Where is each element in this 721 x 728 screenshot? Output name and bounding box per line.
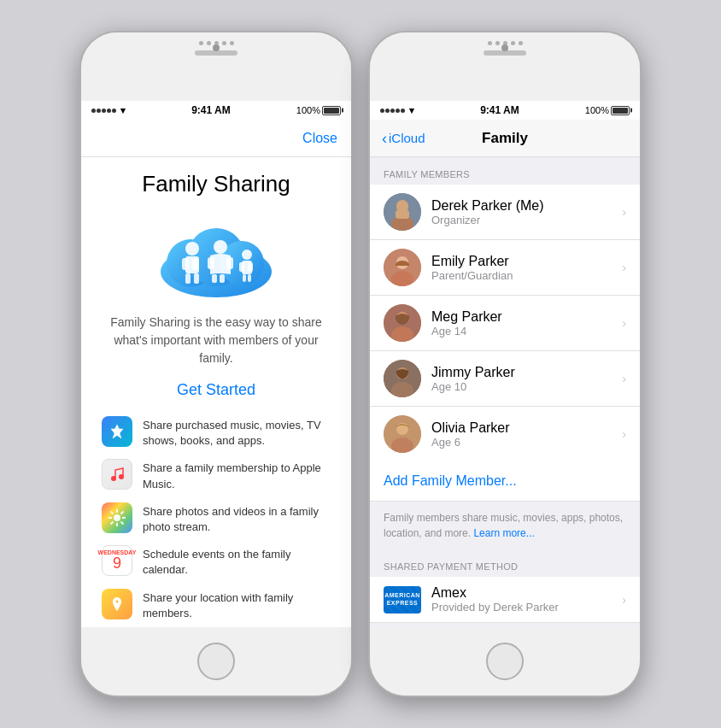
phone-top-right: [370, 32, 640, 101]
phone-top-left: [81, 32, 351, 101]
member-olivia[interactable]: Olivia Parker Age 6 ›: [370, 407, 640, 461]
left-phone: ▾ 9:41 AM 100% Close Family Sharing: [79, 31, 353, 697]
feature-list: Share purchased music, movies, TV shows,…: [102, 416, 331, 621]
derek-name: Derek Parker (Me): [431, 198, 622, 214]
payment-name: Amex: [431, 585, 622, 601]
avatar-emily: [384, 249, 421, 286]
svg-rect-18: [248, 262, 253, 272]
phone-bottom-right: [370, 627, 640, 696]
left-battery-pct: 100%: [296, 105, 320, 115]
feature-text-calendar: Schedule events on the family calendar.: [143, 545, 331, 578]
jimmy-info: Jimmy Parker Age 10: [431, 365, 622, 393]
intro-nav: Close: [81, 120, 351, 157]
svg-point-4: [185, 242, 199, 255]
svg-point-23: [114, 514, 120, 521]
back-label: iCloud: [389, 131, 425, 145]
cloud-illustration: [102, 208, 331, 302]
calendar-icon: Wednesday 9: [102, 545, 132, 576]
svg-rect-13: [212, 274, 217, 283]
olivia-name: Olivia Parker: [431, 420, 622, 436]
svg-line-28: [111, 511, 114, 514]
back-button[interactable]: ‹ iCloud: [382, 131, 425, 146]
emily-info: Emily Parker Parent/Guardian: [431, 254, 622, 282]
emily-role: Parent/Guardian: [431, 269, 622, 282]
svg-rect-9: [194, 273, 199, 284]
meg-info: Meg Parker Age 14: [431, 309, 622, 338]
feature-item-calendar: Wednesday 9 Schedule events on the famil…: [102, 545, 331, 578]
olivia-chevron: ›: [622, 427, 626, 441]
svg-line-31: [111, 521, 114, 524]
svg-point-10: [214, 240, 227, 254]
family-nav: ‹ iCloud Family: [370, 120, 640, 157]
intro-description: Family Sharing is the easy way to share …: [102, 314, 331, 367]
svg-rect-14: [220, 274, 225, 283]
learn-more-link[interactable]: Learn more...: [473, 527, 534, 539]
svg-point-21: [111, 476, 116, 481]
close-button[interactable]: Close: [302, 131, 337, 146]
family-nav-title: Family: [482, 130, 528, 147]
battery-right: [611, 106, 630, 115]
wifi-icon-right: ▾: [409, 105, 414, 116]
feature-item-photos: Share photos and videos in a family phot…: [102, 502, 331, 535]
member-jimmy[interactable]: Jimmy Parker Age 10 ›: [370, 351, 640, 407]
feature-item-music: Share a family membership to Apple Music…: [102, 459, 331, 491]
olivia-role: Age 6: [431, 436, 622, 449]
svg-rect-6: [182, 258, 189, 270]
home-button-right[interactable]: [486, 643, 524, 680]
feature-text-appstore: Share purchased music, movies, TV shows,…: [143, 416, 331, 449]
meg-role: Age 14: [431, 325, 622, 338]
derek-info: Derek Parker (Me) Organizer: [431, 198, 622, 226]
svg-rect-36: [396, 210, 409, 219]
right-phone: ▾ 9:41 AM 100% ‹ iCloud Family FAMILY ME…: [368, 31, 642, 697]
svg-point-15: [242, 250, 252, 260]
derek-chevron: ›: [622, 205, 626, 219]
svg-rect-12: [226, 257, 233, 269]
family-note: Family members share music, movies, apps…: [370, 502, 640, 549]
get-started-button[interactable]: Get Started: [102, 381, 331, 399]
status-bar-right: ▾ 9:41 AM 100%: [370, 101, 640, 120]
back-arrow-icon: ‹: [382, 131, 387, 146]
right-screen: ‹ iCloud Family FAMILY MEMBERS: [370, 120, 640, 627]
payment-section: SHARED PAYMENT METHOD AMERICANEXPRESS Am…: [370, 549, 640, 627]
payment-item[interactable]: AMERICANEXPRESS Amex Provided by Derek P…: [370, 577, 640, 623]
derek-role: Organizer: [431, 214, 622, 226]
member-derek[interactable]: Derek Parker (Me) Organizer ›: [370, 185, 640, 240]
app-store-icon: [102, 416, 132, 447]
left-status-time: 9:41 AM: [191, 104, 231, 116]
left-screen: Close Family Sharing: [81, 120, 351, 627]
location-icon: [102, 589, 132, 619]
avatar-meg: [384, 304, 421, 342]
svg-rect-11: [208, 257, 214, 269]
payment-note: Purchases initiated by family members wi…: [370, 623, 640, 627]
svg-line-30: [121, 511, 124, 514]
payment-chevron: ›: [622, 593, 626, 607]
svg-point-22: [119, 474, 124, 479]
camera-left: [213, 44, 220, 51]
member-emily[interactable]: Emily Parker Parent/Guardian ›: [370, 240, 640, 296]
feature-text-music: Share a family membership to Apple Music…: [143, 459, 331, 491]
meg-name: Meg Parker: [431, 309, 622, 325]
avatar-olivia: [384, 415, 421, 453]
olivia-info: Olivia Parker Age 6: [431, 420, 622, 449]
camera-right: [501, 44, 508, 51]
svg-point-35: [396, 200, 408, 212]
feature-item-location: Share your location with family members.: [102, 589, 331, 621]
photos-icon: [102, 502, 132, 533]
emily-name: Emily Parker: [431, 254, 622, 269]
payment-info: Amex Provided by Derek Parker: [431, 585, 622, 614]
status-bar-left: ▾ 9:41 AM 100%: [81, 101, 351, 120]
add-family-member-button[interactable]: Add Family Member...: [370, 461, 640, 502]
payment-header: SHARED PAYMENT METHOD: [370, 549, 640, 577]
jimmy-chevron: ›: [622, 372, 626, 385]
payment-sub: Provided by Derek Parker: [431, 601, 622, 614]
family-content: FAMILY MEMBERS Derek Parker: [370, 157, 640, 627]
svg-rect-7: [192, 258, 199, 270]
feature-text-photos: Share photos and videos in a family phot…: [143, 502, 331, 535]
family-members-header: FAMILY MEMBERS: [370, 157, 640, 185]
svg-rect-20: [248, 274, 251, 282]
member-meg[interactable]: Meg Parker Age 14 ›: [370, 296, 640, 351]
avatar-jimmy: [384, 360, 421, 397]
home-button-left[interactable]: [197, 643, 235, 680]
svg-line-29: [121, 521, 124, 524]
feature-text-location: Share your location with family members.: [143, 589, 331, 621]
